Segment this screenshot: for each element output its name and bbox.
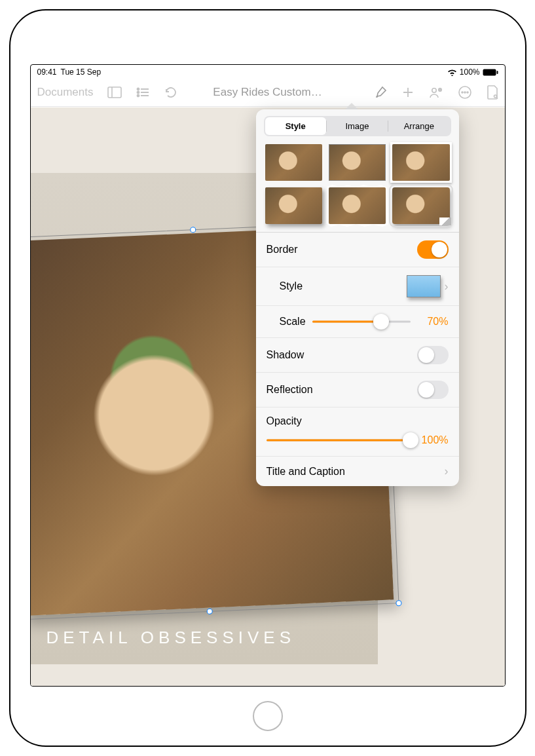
border-style-thumb	[407, 275, 441, 297]
svg-rect-2	[108, 87, 121, 98]
svg-point-18	[464, 92, 466, 93]
tab-style[interactable]: Style	[265, 117, 326, 135]
shadow-toggle[interactable]	[417, 346, 449, 364]
border-style-label: Style	[280, 280, 303, 292]
svg-point-8	[138, 94, 139, 96]
svg-point-17	[462, 92, 463, 93]
preset-line-border[interactable]	[329, 144, 386, 181]
shadow-row: Shadow	[256, 337, 459, 372]
tab-image[interactable]: Image	[327, 117, 388, 135]
shadow-label: Shadow	[267, 349, 304, 361]
svg-point-4	[138, 88, 139, 90]
opacity-row: Opacity 100%	[256, 407, 459, 456]
format-popover: Style Image Arrange Border Style	[256, 109, 459, 486]
wifi-icon	[447, 69, 457, 76]
screen: 09:41 Tue 15 Sep 100% Documents	[30, 64, 506, 687]
scale-label: Scale	[280, 316, 306, 328]
preset-white-frame[interactable]	[392, 144, 449, 181]
preset-torn-edge[interactable]	[329, 187, 386, 224]
scale-value: 70%	[417, 316, 449, 328]
ipad-device-frame: 09:41 Tue 15 Sep 100% Documents	[9, 9, 526, 747]
reflection-toggle[interactable]	[417, 381, 449, 399]
opacity-slider[interactable]	[267, 432, 411, 448]
inspector-doc-icon[interactable]	[487, 85, 498, 100]
title-caption-row[interactable]: Title and Caption ›	[256, 456, 459, 486]
reflection-label: Reflection	[267, 384, 313, 396]
border-row: Border	[256, 232, 459, 267]
tab-arrange[interactable]: Arrange	[388, 117, 449, 135]
status-date: Tue 15 Sep	[61, 67, 101, 77]
svg-rect-1	[496, 71, 498, 74]
outline-icon[interactable]	[136, 87, 149, 98]
status-bar: 09:41 Tue 15 Sep 100%	[31, 65, 505, 78]
insert-plus-icon[interactable]	[401, 86, 415, 99]
svg-point-12	[432, 88, 435, 92]
title-caption-label: Title and Caption	[267, 466, 345, 478]
resize-handle-br[interactable]	[396, 600, 401, 606]
document-title[interactable]: Easy Rides Custom…	[213, 86, 322, 99]
border-style-row[interactable]: Style ›	[256, 267, 459, 305]
reflection-row: Reflection	[256, 372, 459, 407]
svg-point-20	[494, 95, 496, 98]
collaborate-icon[interactable]	[429, 86, 443, 99]
status-time: 09:41	[37, 67, 57, 77]
sidebar-icon[interactable]	[107, 86, 122, 98]
opacity-value: 100%	[417, 434, 449, 446]
svg-point-19	[467, 92, 468, 93]
documents-button[interactable]: Documents	[37, 86, 94, 99]
preset-shadow[interactable]	[265, 187, 322, 224]
undo-icon[interactable]	[164, 86, 177, 99]
format-brush-icon[interactable]	[374, 86, 387, 99]
preset-none[interactable]	[265, 144, 322, 181]
border-scale-row: Scale 70%	[256, 305, 459, 337]
border-toggle[interactable]	[417, 240, 449, 259]
svg-point-6	[138, 91, 139, 93]
scale-slider[interactable]	[312, 314, 411, 330]
border-label: Border	[267, 244, 298, 255]
battery-icon	[483, 69, 498, 76]
page-caption: DETAIL OBSESSIVES	[46, 628, 296, 648]
chevron-right-icon: ›	[445, 280, 449, 293]
resize-handle-bc[interactable]	[206, 609, 212, 614]
toolbar: Documents Easy Rides Custom…	[31, 78, 505, 107]
resize-handle-tc[interactable]	[190, 227, 196, 233]
preset-page-curl[interactable]	[392, 187, 449, 224]
svg-rect-0	[483, 69, 496, 75]
home-button[interactable]	[253, 701, 283, 731]
more-icon[interactable]	[458, 85, 472, 100]
style-presets	[256, 142, 459, 232]
battery-pct: 100%	[460, 67, 480, 77]
opacity-label: Opacity	[267, 415, 449, 427]
chevron-right-icon: ›	[445, 464, 449, 478]
format-tabs: Style Image Arrange	[264, 116, 451, 136]
